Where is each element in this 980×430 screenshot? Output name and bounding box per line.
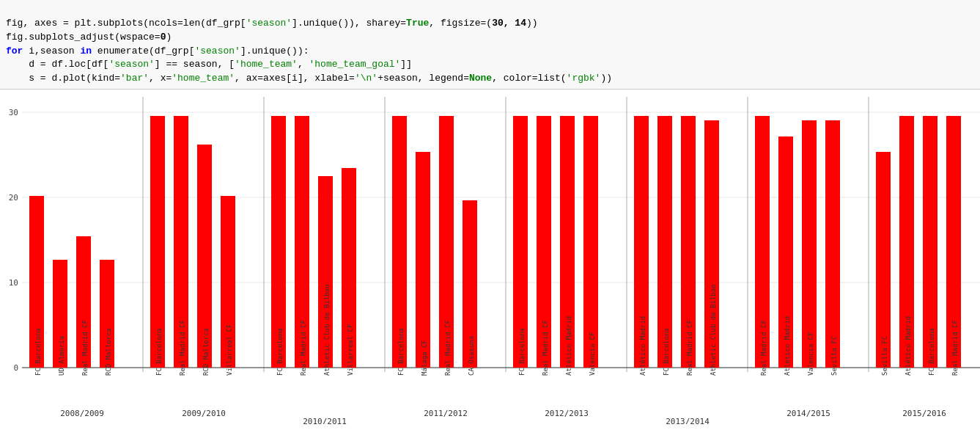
string-home-team: 'home_team' — [235, 59, 298, 70]
svg-text:Real Madrid CF: Real Madrid CF — [951, 320, 959, 376]
svg-text:Villarreal CF: Villarreal CF — [226, 324, 233, 376]
string-x: 'home_team' — [172, 73, 235, 84]
svg-text:Atlético Madrid: Atlético Madrid — [565, 316, 572, 376]
bar — [802, 120, 817, 368]
svg-text:Sevilla FC: Sevilla FC — [881, 336, 888, 376]
code-text11: ] == season, [ — [155, 59, 235, 70]
string-rgbk: 'rgbk' — [567, 73, 601, 84]
kw-for: for — [6, 45, 23, 57]
svg-text:Real Madrid CF: Real Madrid CF — [444, 320, 452, 376]
svg-text:UD Almería: UD Almería — [58, 336, 65, 376]
code-text8: enumerate(df_grp[ — [92, 45, 194, 57]
svg-text:0: 0 — [13, 363, 18, 373]
code-text3: , figsize=( — [429, 18, 492, 29]
code-text16: , ax=axes[i], xlabel= — [235, 73, 355, 84]
string-season: 'season' — [246, 18, 292, 29]
string-season3: 'season' — [108, 59, 154, 70]
svg-text:2015/2016: 2015/2016 — [902, 409, 946, 418]
string-bar: 'bar' — [120, 73, 149, 84]
bar — [416, 152, 430, 368]
code-block: fig, axes = plt.subplots(ncols=len(df_gr… — [0, 0, 980, 90]
svg-text:2013/2014: 2013/2014 — [666, 417, 710, 424]
code-text9: ].unique()): — [240, 45, 309, 57]
code-text15: , x= — [149, 73, 172, 84]
svg-text:Real Madrid CF: Real Madrid CF — [300, 320, 307, 376]
svg-text:CA Osasuna: CA Osasuna — [468, 336, 475, 376]
svg-text:FC Barcelona: FC Barcelona — [518, 328, 526, 376]
svg-text:FC Barcelona: FC Barcelona — [276, 328, 284, 376]
code-line-1: fig, axes = plt.subplots(ncols=len(df_gr… — [6, 18, 538, 29]
bar — [825, 120, 840, 368]
svg-text:Real Madrid CF: Real Madrid CF — [686, 320, 693, 376]
svg-text:Villarreal CF: Villarreal CF — [347, 324, 354, 376]
bar — [583, 116, 598, 368]
code-text10: d = df.loc[df[ — [6, 59, 108, 70]
svg-text:2009/2010: 2009/2010 — [182, 409, 226, 418]
svg-text:2012/2013: 2012/2013 — [545, 409, 589, 418]
chart-svg: 0 10 20 30 FC Barcelona UD Almería Real … — [0, 90, 980, 424]
svg-text:FC Barcelona: FC Barcelona — [663, 328, 670, 376]
code-text18: , color=list( — [492, 73, 566, 84]
code-text17: +season, legend= — [377, 73, 469, 84]
svg-text:Athletic Club de Bilbao: Athletic Club de Bilbao — [710, 284, 717, 376]
kw-none: None — [469, 73, 492, 84]
svg-text:FC Barcelona: FC Barcelona — [928, 328, 935, 376]
kw-true: True — [406, 18, 429, 29]
num-figsize: 30, 14 — [492, 18, 526, 29]
string-newline: '\n' — [355, 73, 377, 84]
code-text12: , — [298, 59, 309, 70]
svg-text:Real Madrid CF: Real Madrid CF — [542, 320, 549, 376]
code-text: fig, axes = plt.subplots(ncols=len(df_gr… — [6, 18, 246, 29]
code-line-4: d = df.loc[df['season'] == season, ['hom… — [6, 59, 412, 70]
svg-text:Valencia CF: Valencia CF — [589, 332, 596, 376]
svg-text:RCD Mallorca: RCD Mallorca — [105, 328, 112, 376]
code-text7: i,season — [23, 45, 80, 57]
code-line-2: fig.subplots_adjust(wspace=0) — [6, 32, 172, 43]
code-line-5: s = d.plot(kind='bar', x='home_team', ax… — [6, 73, 612, 84]
svg-text:FC Barcelona: FC Barcelona — [34, 328, 42, 376]
svg-text:30: 30 — [9, 108, 18, 117]
code-text4: )) — [526, 18, 538, 29]
svg-text:2008/2009: 2008/2009 — [60, 409, 104, 418]
svg-text:FC Barcelona: FC Barcelona — [155, 328, 163, 376]
svg-text:Real Madrid CF: Real Madrid CF — [81, 320, 89, 376]
svg-text:Sevilla FC: Sevilla FC — [830, 336, 838, 376]
kw-in: in — [80, 45, 92, 57]
svg-text:2010/2011: 2010/2011 — [303, 417, 347, 424]
svg-text:RCD Mallorca: RCD Mallorca — [202, 328, 210, 376]
svg-text:Real Madrid CF: Real Madrid CF — [760, 320, 767, 376]
svg-text:FC Barcelona: FC Barcelona — [397, 328, 405, 376]
code-text2: ].unique()), sharey= — [292, 18, 406, 29]
svg-text:2014/2015: 2014/2015 — [786, 409, 830, 418]
code-text14: s = d.plot(kind= — [6, 73, 120, 84]
code-text5: fig.subplots_adjust(wspace= — [6, 32, 161, 43]
bar — [876, 152, 891, 368]
svg-text:2011/2012: 2011/2012 — [424, 409, 468, 418]
svg-text:Atlético Madrid: Atlético Madrid — [905, 316, 912, 376]
svg-text:Valencia CF: Valencia CF — [807, 332, 814, 376]
svg-text:20: 20 — [9, 193, 18, 203]
chart-area: 0 10 20 30 FC Barcelona UD Almería Real … — [0, 90, 980, 424]
code-text19: )) — [600, 73, 612, 84]
code-text13: ]] — [400, 59, 412, 70]
svg-text:Atlético Madrid: Atlético Madrid — [784, 316, 791, 376]
code-line-3: for i,season in enumerate(df_grp['season… — [6, 45, 309, 57]
string-season2: 'season' — [194, 45, 240, 57]
string-home-goal: 'home_team_goal' — [309, 59, 401, 70]
svg-text:Real Madrid CF: Real Madrid CF — [179, 320, 186, 376]
svg-text:Athletic Club de Bilbao: Athletic Club de Bilbao — [323, 284, 331, 376]
svg-text:10: 10 — [9, 278, 18, 288]
svg-text:Málaga CF: Málaga CF — [421, 340, 428, 376]
svg-text:Atlético Madrid: Atlético Madrid — [639, 316, 646, 376]
code-text6: ) — [166, 32, 172, 43]
